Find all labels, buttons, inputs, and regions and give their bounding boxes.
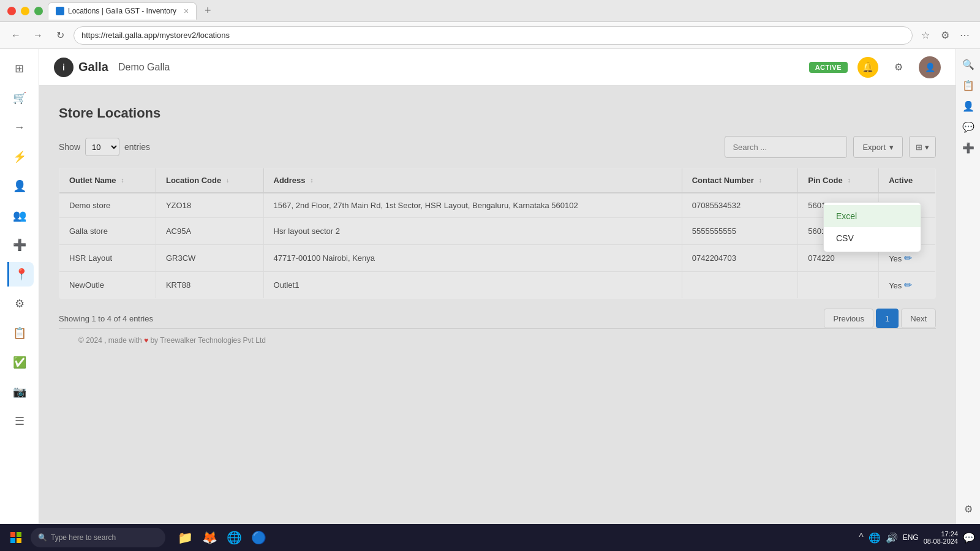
address-bar[interactable]: https://retail.galla.app/mystorev2/locat… xyxy=(74,26,913,45)
col-header-address[interactable]: Address ↕ xyxy=(263,168,682,193)
taskbar-chevron-icon[interactable]: ^ xyxy=(859,532,864,543)
sidebar-item-forward[interactable]: → xyxy=(7,115,32,140)
cell-address: 47717-00100 Nairobi, Kenya xyxy=(263,245,682,272)
taskbar-search[interactable]: 🔍 Type here to search xyxy=(31,528,165,547)
active-tab[interactable]: Locations | Galla GST - Inventory × xyxy=(48,2,197,20)
page-1-button[interactable]: 1 xyxy=(876,309,899,328)
sidebar-item-integrations[interactable]: ⚡ xyxy=(7,144,32,169)
extensions-icon[interactable]: ⚙ xyxy=(937,28,953,43)
export-csv-option[interactable]: CSV xyxy=(824,227,921,249)
sidebar-item-camera[interactable]: 📷 xyxy=(7,380,32,404)
right-panel-settings-icon[interactable]: ⚙ xyxy=(960,501,976,517)
right-panel-icon-1[interactable]: 📋 xyxy=(960,77,976,93)
footer-text: © 2024 , made with xyxy=(78,336,142,345)
close-window-button[interactable] xyxy=(7,7,16,15)
locations-table: Outlet Name ↕ Location Code ↓ xyxy=(59,168,936,299)
start-button[interactable] xyxy=(5,527,27,549)
col-header-pincode[interactable]: Pin Code ↕ xyxy=(798,168,879,193)
sidebar-item-person[interactable]: 👤 xyxy=(7,174,32,198)
active-badge: ACTIVE xyxy=(809,62,848,73)
refresh-button[interactable]: ↻ xyxy=(51,27,69,44)
sidebar-item-shopping[interactable]: 🛒 xyxy=(7,86,32,110)
cell-address: Hsr layout sector 2 xyxy=(263,218,682,245)
maximize-window-button[interactable] xyxy=(34,7,43,15)
page-content: Store Locations Show 10 25 50 100 entrie… xyxy=(39,86,956,524)
edit-icon[interactable]: ✏ xyxy=(904,280,912,290)
cell-outlet-name: NewOutle xyxy=(59,272,156,299)
grid-icon: ⊞ xyxy=(916,143,922,152)
sidebar-item-users[interactable]: 👥 xyxy=(7,203,32,228)
cell-outlet-name: Demo store xyxy=(59,193,156,218)
back-button[interactable]: ← xyxy=(7,27,24,44)
taskbar-app-edge[interactable]: 🌐 xyxy=(223,527,245,549)
col-header-location-code[interactable]: Location Code ↓ xyxy=(156,168,263,193)
taskbar-app-chrome[interactable]: 🔵 xyxy=(247,527,270,549)
col-header-contact[interactable]: Contact Number ↕ xyxy=(682,168,798,193)
taskbar-language: ENG xyxy=(903,533,919,542)
edit-icon[interactable]: ✏ xyxy=(904,253,912,263)
table-controls: Show 10 25 50 100 entries Export xyxy=(59,136,936,158)
notification-icon[interactable]: 🔔 xyxy=(858,57,878,78)
store-name: Demo Galla xyxy=(118,62,170,73)
right-panel-icon-3[interactable]: 💬 xyxy=(960,119,976,135)
taskbar-right: ^ 🌐 🔊 ENG 17:24 08-08-2024 💬 xyxy=(859,530,975,545)
sidebar-item-checklist[interactable]: ✅ xyxy=(7,350,32,375)
app-header: i Galla Demo Galla ACTIVE 🔔 ⚙ 👤 xyxy=(39,49,956,86)
col-header-outlet-name[interactable]: Outlet Name ↕ xyxy=(59,168,156,193)
svg-rect-1 xyxy=(17,532,21,537)
sort-icon-contact: ↕ xyxy=(759,177,762,184)
show-label: Show xyxy=(59,142,80,152)
logo-area: i Galla xyxy=(54,58,108,77)
search-input[interactable] xyxy=(725,136,847,158)
sidebar-item-dashboard[interactable]: ⊞ xyxy=(7,56,32,81)
cell-outlet-name: Galla store xyxy=(59,218,156,245)
right-panel-add-icon[interactable]: ➕ xyxy=(960,140,976,156)
cell-contact: 5555555555 xyxy=(682,218,798,245)
svg-rect-3 xyxy=(17,538,21,543)
taskbar-app-explorer[interactable]: 📁 xyxy=(174,527,196,549)
table-row: Demo store YZO18 1567, 2nd Floor, 27th M… xyxy=(59,193,936,218)
taskbar-time: 17:24 xyxy=(924,530,958,538)
browser-titlebar: Locations | Galla GST - Inventory × + xyxy=(0,0,980,22)
sidebar-item-list[interactable]: ☰ xyxy=(7,409,32,433)
tab-favicon xyxy=(56,7,64,15)
sidebar-item-reports[interactable]: 📋 xyxy=(7,321,32,345)
browser-tabs: Locations | Galla GST - Inventory × + xyxy=(48,2,973,20)
show-entries-control: Show 10 25 50 100 entries xyxy=(59,138,150,156)
taskbar: 🔍 Type here to search 📁 🦊 🌐 🔵 ^ 🌐 🔊 ENG … xyxy=(0,524,980,551)
table-row: Galla store AC95A Hsr layout sector 2 55… xyxy=(59,218,936,245)
next-button[interactable]: Next xyxy=(901,309,936,328)
pagination: Previous 1 Next xyxy=(824,309,936,328)
right-panel-icon-2[interactable]: 👤 xyxy=(960,98,976,114)
grid-chevron-icon: ▾ xyxy=(925,143,929,152)
taskbar-network-icon[interactable]: 🌐 xyxy=(869,532,881,544)
menu-icon[interactable]: ⋯ xyxy=(957,28,973,43)
tab-close-button[interactable]: × xyxy=(184,6,189,16)
footer-heart: ♥ xyxy=(144,336,148,345)
minimize-window-button[interactable] xyxy=(21,7,29,15)
table-body: Demo store YZO18 1567, 2nd Floor, 27th M… xyxy=(59,193,936,299)
previous-button[interactable]: Previous xyxy=(824,309,873,328)
sidebar-item-settings[interactable]: ⚙ xyxy=(7,291,32,316)
new-tab-button[interactable]: + xyxy=(199,2,216,20)
page-title: Store Locations xyxy=(59,105,936,121)
sidebar-item-location[interactable]: 📍 xyxy=(7,262,34,287)
cell-location-code: KRT88 xyxy=(156,272,263,299)
settings-header-icon[interactable]: ⚙ xyxy=(888,57,909,78)
bookmark-icon[interactable]: ☆ xyxy=(918,28,933,43)
cell-active: Yes ✏ xyxy=(879,272,936,299)
export-excel-option[interactable]: Excel xyxy=(824,205,921,227)
cell-location-code: AC95A xyxy=(156,218,263,245)
taskbar-volume-icon[interactable]: 🔊 xyxy=(886,532,898,544)
entries-select[interactable]: 10 25 50 100 xyxy=(85,138,119,156)
taskbar-notification-icon[interactable]: 💬 xyxy=(963,532,975,544)
right-panel-search-icon[interactable]: 🔍 xyxy=(960,56,976,72)
user-avatar[interactable]: 👤 xyxy=(919,56,941,78)
forward-button[interactable]: → xyxy=(29,27,47,44)
export-dropdown: Excel CSV xyxy=(823,202,921,252)
sidebar-item-add[interactable]: ➕ xyxy=(7,233,32,257)
export-button[interactable]: Export ▾ xyxy=(853,136,903,158)
taskbar-app-firefox[interactable]: 🦊 xyxy=(198,527,221,549)
grid-view-button[interactable]: ⊞ ▾ xyxy=(909,136,936,158)
table-row: NewOutle KRT88 Outlet1 Yes ✏ xyxy=(59,272,936,299)
